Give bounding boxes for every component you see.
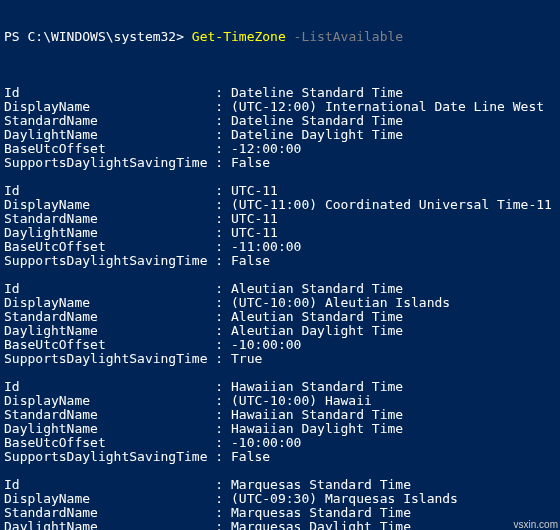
property-line: BaseUtcOffset : -12:00:00 — [4, 142, 556, 156]
property-line: SupportsDaylightSavingTime : True — [4, 352, 556, 366]
property-line: DaylightName : Aleutian Daylight Time — [4, 324, 556, 338]
property-line: StandardName : Marquesas Standard Time — [4, 506, 556, 520]
powershell-terminal[interactable]: PS C:\WINDOWS\system32> Get-TimeZone -Li… — [0, 0, 560, 530]
property-line: DaylightName : Marquesas Daylight Time — [4, 520, 556, 530]
cmdlet-name: Get-TimeZone — [192, 29, 286, 44]
property-line: BaseUtcOffset : -11:00:00 — [4, 240, 556, 254]
property-line: Id : Hawaiian Standard Time — [4, 380, 556, 394]
property-line: Id : Aleutian Standard Time — [4, 282, 556, 296]
property-line: StandardName : Aleutian Standard Time — [4, 310, 556, 324]
property-line: DaylightName : Dateline Daylight Time — [4, 128, 556, 142]
property-line: StandardName : Hawaiian Standard Time — [4, 408, 556, 422]
cmdlet-parameter: -ListAvailable — [286, 29, 403, 44]
property-line: SupportsDaylightSavingTime : False — [4, 450, 556, 464]
property-line: SupportsDaylightSavingTime : False — [4, 254, 556, 268]
property-line: DisplayName : (UTC-10:00) Hawaii — [4, 394, 556, 408]
property-line: DisplayName : (UTC-09:30) Marquesas Isla… — [4, 492, 556, 506]
output-area: Id : Dateline Standard TimeDisplayName :… — [4, 86, 556, 530]
property-line: DisplayName : (UTC-11:00) Coordinated Un… — [4, 198, 556, 212]
property-line: DaylightName : Hawaiian Daylight Time — [4, 422, 556, 436]
prompt-path: PS C:\WINDOWS\system32> — [4, 29, 192, 44]
property-line: StandardName : Dateline Standard Time — [4, 114, 556, 128]
property-line: BaseUtcOffset : -10:00:00 — [4, 338, 556, 352]
property-line: DaylightName : UTC-11 — [4, 226, 556, 240]
property-line: Id : Dateline Standard Time — [4, 86, 556, 100]
property-line: BaseUtcOffset : -10:00:00 — [4, 436, 556, 450]
property-line: StandardName : UTC-11 — [4, 212, 556, 226]
watermark: vsxin.com — [514, 519, 558, 530]
property-line: Id : UTC-11 — [4, 184, 556, 198]
property-line: SupportsDaylightSavingTime : False — [4, 156, 556, 170]
property-line: DisplayName : (UTC-10:00) Aleutian Islan… — [4, 296, 556, 310]
property-line: DisplayName : (UTC-12:00) International … — [4, 100, 556, 114]
timezone-record: Id : UTC-11DisplayName : (UTC-11:00) Coo… — [4, 184, 556, 268]
timezone-record: Id : Marquesas Standard TimeDisplayName … — [4, 478, 556, 530]
timezone-record: Id : Dateline Standard TimeDisplayName :… — [4, 86, 556, 170]
property-line: Id : Marquesas Standard Time — [4, 478, 556, 492]
command-prompt-line: PS C:\WINDOWS\system32> Get-TimeZone -Li… — [4, 30, 556, 44]
timezone-record: Id : Aleutian Standard TimeDisplayName :… — [4, 282, 556, 366]
timezone-record: Id : Hawaiian Standard TimeDisplayName :… — [4, 380, 556, 464]
